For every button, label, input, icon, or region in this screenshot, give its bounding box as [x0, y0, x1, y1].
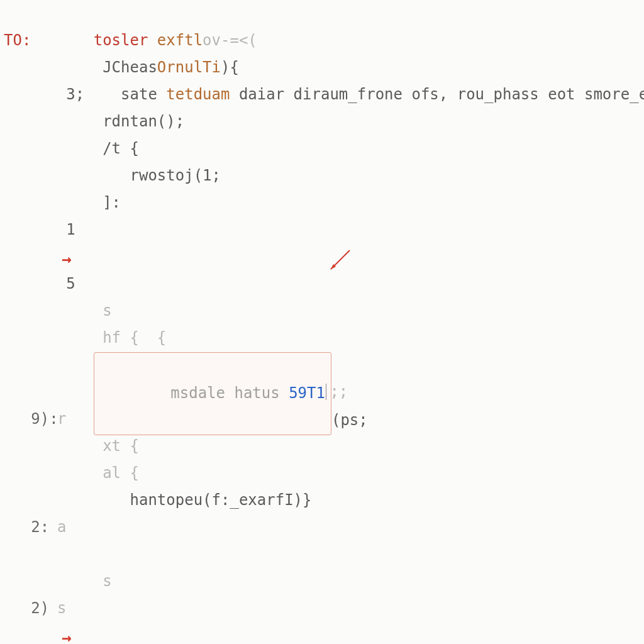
code-content[interactable]: rwostoj(1; — [39, 162, 644, 189]
code-content[interactable]: rdntan(); — [39, 108, 644, 135]
code-line[interactable]: → to ls a1: wwet bo l1{ — [0, 622, 644, 644]
code-line[interactable] — [0, 541, 644, 568]
code-editor[interactable]: tosler exftlov-=<( TO: JCheasOrnulTi){ s… — [0, 0, 644, 644]
suggestion-number: 59T1 — [289, 384, 325, 402]
code-line[interactable]: sate tetduam daiar diraum_frone ofs, rou… — [0, 54, 644, 81]
arrow-diagonal-icon — [253, 222, 278, 247]
gutter: 2) — [0, 595, 39, 622]
inline-suggestion[interactable]: msdale hatus 59T1 — [94, 352, 331, 436]
code-content[interactable]: → msdale hatus 59T1 (ps; — [39, 243, 644, 544]
code-content[interactable]: 1 — [39, 216, 644, 243]
arrow-right-icon: → — [62, 623, 72, 644]
suggestion-text: msdale hatus — [170, 384, 289, 402]
code-content[interactable]: s — [39, 568, 644, 595]
suggestion-tail: (ps; — [331, 411, 368, 429]
code-content[interactable]: /t { — [39, 135, 644, 162]
code-line[interactable]: TO: JCheasOrnulTi){ — [0, 27, 644, 54]
code-line[interactable]: 2) s — [0, 595, 644, 622]
code-content[interactable]: s — [39, 595, 644, 622]
code-line[interactable]: 3; — [0, 81, 644, 108]
code-line[interactable]: ]: — [0, 189, 644, 216]
code-line[interactable]: 1 — [0, 216, 644, 243]
text-caret — [326, 384, 326, 400]
code-line[interactable]: tosler exftlov-=<( — [0, 0, 644, 27]
code-content[interactable]: 3; — [39, 81, 644, 108]
gutter: 2: — [0, 514, 39, 541]
gutter: 9): — [0, 406, 39, 433]
gutter: TO: — [0, 27, 39, 54]
code-line[interactable]: rwostoj(1; — [0, 162, 644, 189]
code-line[interactable]: /t { — [0, 135, 644, 162]
code-content[interactable]: → to ls a1: wwet bo l1{ — [39, 622, 644, 644]
code-line[interactable]: s — [0, 568, 644, 595]
arrow-right-icon: → — [62, 245, 72, 274]
code-line[interactable]: rdntan(); — [0, 108, 644, 135]
code-content[interactable]: ]: — [39, 189, 644, 216]
inline-suggestion-line[interactable]: → msdale hatus 59T1 (ps; — [0, 243, 644, 270]
